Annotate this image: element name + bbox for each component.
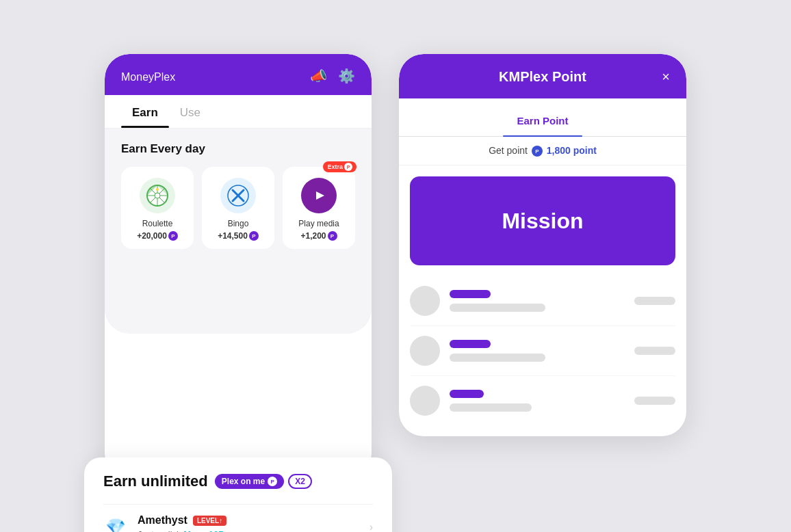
amethyst-name: Amethyst xyxy=(138,514,187,527)
point-icon-circle: P xyxy=(532,146,543,157)
modal-title: KMPlex Point xyxy=(499,69,586,85)
left-phone-inner: MoneyPlex 📣 ⚙️ Earn Use Earn Every day xyxy=(105,54,372,334)
amethyst-gem: 💎 xyxy=(103,515,128,533)
media-card[interactable]: Extra P Play media +1,200P xyxy=(283,167,355,249)
plex-badge: Plex on me P xyxy=(215,474,284,489)
amethyst-max: Max +10P xyxy=(183,529,224,532)
points-value: 1,800 point xyxy=(547,145,597,156)
earn-unlimited-card: Earn unlimited Plex on me P X2 💎 Amethys… xyxy=(84,457,392,532)
media-icon xyxy=(301,178,337,213)
media-points: +1,200P xyxy=(300,231,337,241)
modal-tab-earn-point[interactable]: Earn Point xyxy=(503,109,582,136)
skeleton-bar-long-1 xyxy=(450,304,545,312)
bingo-point-icon: P xyxy=(249,231,259,241)
modal-close-button[interactable]: × xyxy=(662,68,670,84)
modal-header: KMPlex Point × xyxy=(399,54,686,98)
bingo-card[interactable]: Bingo +14,500P xyxy=(202,167,274,249)
bingo-points: +14,500P xyxy=(218,231,259,241)
skeleton-bar-right-3 xyxy=(634,397,675,405)
skeleton-content-2 xyxy=(450,340,625,362)
amethyst-name-row: Amethyst LEVEL↑ xyxy=(138,514,360,527)
brand-main: Money xyxy=(121,71,154,83)
skeleton-avatar-3 xyxy=(410,386,440,416)
section-title: Earn Every day xyxy=(121,142,355,156)
mission-banner: Mission xyxy=(410,176,675,265)
skeleton-content-3 xyxy=(450,390,625,412)
media-label: Play media xyxy=(298,219,339,228)
extra-point-icon: P xyxy=(344,163,352,171)
skeleton-content-1 xyxy=(450,290,625,312)
skeleton-bar-purple-1 xyxy=(450,290,491,298)
left-phone: MoneyPlex 📣 ⚙️ Earn Use Earn Every day xyxy=(105,54,372,478)
bingo-label: Bingo xyxy=(228,219,249,228)
brand-sub: Plex xyxy=(154,71,175,83)
roulette-points: +20,000P xyxy=(137,231,178,241)
amethyst-level-badge: LEVEL↑ xyxy=(193,516,226,526)
modal-tabs: Earn Point xyxy=(399,98,686,137)
skeleton-bar-purple-2 xyxy=(450,340,491,348)
header-icons: 📣 ⚙️ xyxy=(310,68,355,84)
skeleton-avatar-2 xyxy=(410,336,440,366)
roulette-icon xyxy=(140,178,175,213)
phone-body: Earn Every day xyxy=(105,129,372,334)
skeleton-row-1 xyxy=(410,276,675,326)
amethyst-info: Amethyst LEVEL↑ Just a click Max +10P xyxy=(138,514,360,532)
skeleton-bar-right-1 xyxy=(634,297,675,305)
skeleton-bar-long-3 xyxy=(450,403,532,412)
svg-point-5 xyxy=(155,193,160,198)
roulette-card[interactable]: Roulette +20,000P xyxy=(121,167,194,249)
bingo-icon xyxy=(220,178,256,213)
amethyst-arrow-icon: › xyxy=(369,521,373,533)
earn-unlimited-title: Earn unlimited xyxy=(103,473,208,490)
amethyst-row[interactable]: 💎 Amethyst LEVEL↑ Just a click Max +10P … xyxy=(103,504,373,532)
app-header: MoneyPlex 📣 ⚙️ xyxy=(105,54,372,95)
skeleton-bar-long-2 xyxy=(450,354,545,362)
activity-cards: Roulette +20,000P xyxy=(121,167,355,249)
modal-points-row: Get point P 1,800 point xyxy=(399,137,686,165)
settings-icon[interactable]: ⚙️ xyxy=(338,68,355,84)
extra-badge: Extra P xyxy=(323,161,356,172)
skeleton-row-2 xyxy=(410,326,675,376)
notification-icon[interactable]: 📣 xyxy=(310,68,327,84)
earn-unlimited-header: Earn unlimited Plex on me P X2 xyxy=(103,473,373,490)
roulette-label: Roulette xyxy=(142,219,173,228)
media-point-icon: P xyxy=(328,231,337,241)
svg-point-6 xyxy=(156,188,159,191)
skeleton-avatar-1 xyxy=(410,286,440,316)
tabs-row: Earn Use xyxy=(105,95,372,129)
brand-name: MoneyPlex xyxy=(121,68,175,84)
tab-use[interactable]: Use xyxy=(169,95,211,128)
plex-point-icon: P xyxy=(268,477,277,486)
right-phone: KMPlex Point × Earn Point Get point P 1,… xyxy=(399,54,686,436)
x2-badge: X2 xyxy=(288,474,312,489)
amethyst-desc: Just a click Max +10P xyxy=(138,529,360,532)
skeleton-list xyxy=(399,276,686,436)
main-container: MoneyPlex 📣 ⚙️ Earn Use Earn Every day xyxy=(91,40,700,492)
tab-earn[interactable]: Earn xyxy=(121,95,169,128)
roulette-point-icon: P xyxy=(168,231,178,241)
mission-text: Mission xyxy=(502,209,583,234)
skeleton-row-3 xyxy=(410,376,675,425)
skeleton-bar-purple-3 xyxy=(450,390,484,398)
skeleton-bar-right-2 xyxy=(634,347,675,355)
